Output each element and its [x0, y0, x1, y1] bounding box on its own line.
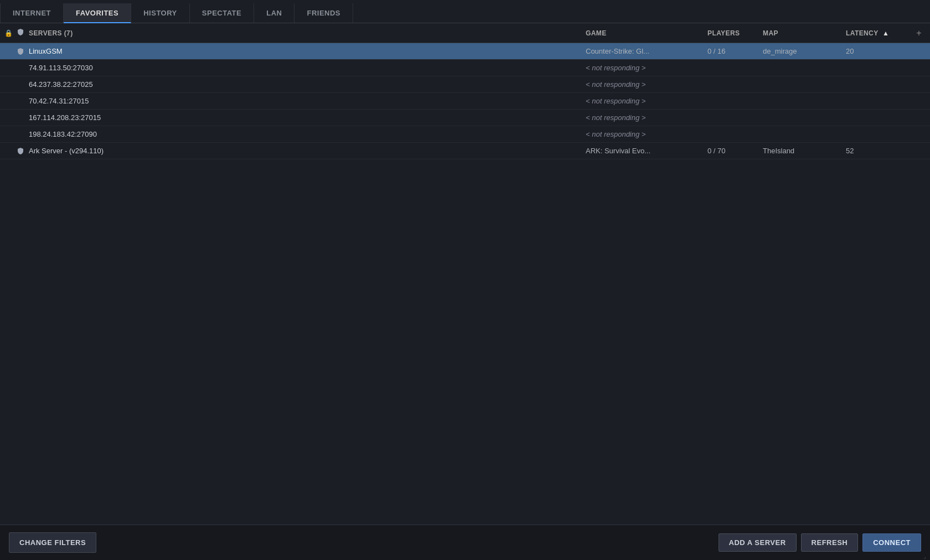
server-name: Ark Server - (v294.110)	[29, 147, 586, 155]
not-responding-status: < not responding >	[586, 64, 645, 72]
tab-history[interactable]: HISTORY	[131, 3, 190, 23]
server-map: TheIsland	[763, 147, 846, 155]
server-name: LinuxGSM	[29, 47, 586, 55]
table-row[interactable]: 64.237.38.22:27025< not responding >	[0, 76, 930, 93]
table-row[interactable]: 167.114.208.23:27015< not responding >	[0, 110, 930, 126]
table-row[interactable]: 70.42.74.31:27015< not responding >	[0, 93, 930, 110]
server-name: 64.237.38.22:27025	[29, 80, 586, 89]
table-row[interactable]: 198.24.183.42:27090< not responding >	[0, 126, 930, 143]
server-name: 74.91.113.50:27030	[29, 64, 586, 72]
tab-bar: INTERNETFAVORITESHISTORYSPECTATELANFRIEN…	[0, 0, 930, 23]
shield-header-icon	[17, 28, 24, 36]
table-row[interactable]: 74.91.113.50:27030< not responding >	[0, 60, 930, 76]
servers-col-header[interactable]: SERVERS (7)	[29, 29, 586, 37]
tab-lan[interactable]: LAN	[254, 3, 294, 23]
server-players: 0 / 16	[707, 47, 763, 55]
shield-icon	[17, 147, 24, 155]
footer: CHANGE FILTERS ADD A SERVER REFRESH CONN…	[0, 525, 930, 560]
add-server-button[interactable]: ADD A SERVER	[719, 533, 797, 552]
refresh-button[interactable]: REFRESH	[801, 533, 859, 552]
app-container: INTERNETFAVORITESHISTORYSPECTATELANFRIEN…	[0, 0, 930, 560]
tab-favorites[interactable]: FAVORITES	[64, 3, 131, 23]
not-responding-status: < not responding >	[586, 130, 645, 138]
lock-col-header: 🔒	[4, 29, 17, 37]
tab-internet[interactable]: INTERNET	[0, 3, 64, 23]
tab-friends[interactable]: FRIENDS	[294, 3, 353, 23]
connect-button[interactable]: CONNECT	[862, 533, 921, 552]
footer-right: ADD A SERVER REFRESH CONNECT	[719, 533, 921, 552]
server-latency: 20	[846, 47, 912, 55]
footer-left: CHANGE FILTERS	[9, 532, 96, 553]
server-map: de_mirage	[763, 47, 846, 55]
server-game: < not responding >	[586, 113, 707, 122]
table-row[interactable]: Ark Server - (v294.110)ARK: Survival Evo…	[0, 143, 930, 159]
not-responding-status: < not responding >	[586, 97, 645, 105]
not-responding-status: < not responding >	[586, 80, 645, 89]
shield-icon	[17, 48, 24, 55]
tab-spectate[interactable]: SPECTATE	[190, 3, 254, 23]
server-icon-col	[17, 147, 29, 155]
server-latency: 52	[846, 147, 912, 155]
table-row[interactable]: LinuxGSMCounter-Strike: Gl...0 / 16de_mi…	[0, 43, 930, 60]
server-game: Counter-Strike: Gl...	[586, 47, 707, 55]
not-responding-status: < not responding >	[586, 113, 645, 122]
latency-col-header[interactable]: LATENCY ▲	[846, 29, 912, 37]
latency-sort-arrow: ▲	[882, 29, 889, 37]
change-filters-button[interactable]: CHANGE FILTERS	[9, 532, 96, 553]
server-players: 0 / 70	[707, 147, 763, 155]
server-list[interactable]: LinuxGSMCounter-Strike: Gl...0 / 16de_mi…	[0, 43, 930, 525]
server-game: < not responding >	[586, 64, 707, 72]
server-game: < not responding >	[586, 80, 707, 89]
map-col-header[interactable]: MAP	[763, 29, 846, 37]
server-game: < not responding >	[586, 97, 707, 105]
server-name: 70.42.74.31:27015	[29, 97, 586, 105]
players-col-header[interactable]: PLAYERS	[707, 29, 763, 37]
column-headers: 🔒 SERVERS (7) GAME PLAYERS MAP LATENCY ▲…	[0, 23, 930, 43]
server-icon-col	[17, 48, 29, 55]
server-game: < not responding >	[586, 130, 707, 138]
game-col-header[interactable]: GAME	[586, 29, 707, 37]
server-name: 167.114.208.23:27015	[29, 113, 586, 122]
server-game: ARK: Survival Evo...	[586, 147, 707, 155]
add-col-header[interactable]: +	[912, 28, 926, 38]
server-name: 198.24.183.42:27090	[29, 130, 586, 138]
resize-handle[interactable]: ⌟	[923, 553, 930, 560]
icon-col-header	[17, 28, 29, 38]
